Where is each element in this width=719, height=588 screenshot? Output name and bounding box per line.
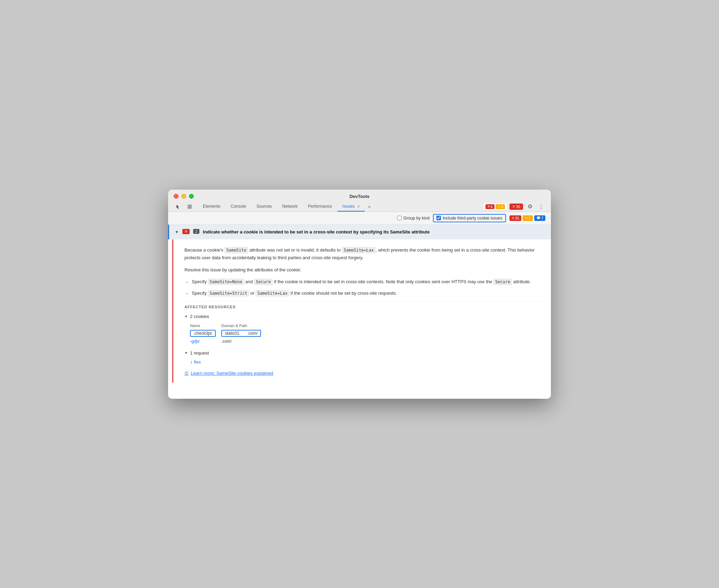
learn-more-icon: ⊙: [184, 370, 189, 376]
table-row: -gdpr .com/: [190, 338, 267, 345]
tab-close-icon[interactable]: ✕: [357, 205, 360, 208]
issues-error-icon: ✕: [512, 205, 515, 208]
bullet-item-1: → Specify SameSite=None and Secure if th…: [184, 278, 544, 286]
col-domain: Domain & Path: [221, 323, 267, 329]
svg-rect-2: [188, 207, 189, 208]
group-by-kind-label[interactable]: Group by kind: [403, 216, 429, 221]
group-by-kind-checkbox[interactable]: [397, 216, 402, 220]
code-samesite: SameSite: [224, 247, 248, 253]
request-flex-link[interactable]: ↕ flex: [190, 359, 544, 365]
subbar-error-icon: ✕: [512, 216, 514, 220]
cookie-domain-1: static01. .com/: [221, 329, 267, 338]
subbar-info-icon: 💬: [536, 216, 540, 220]
cookie-highlight-cell[interactable]: .check3pc: [190, 330, 216, 337]
issue-body: Because a cookie's SameSite attribute wa…: [172, 239, 551, 383]
more-menu-button[interactable]: ⋮: [537, 202, 545, 212]
tab-elements[interactable]: Elements: [198, 202, 225, 212]
inspect-icon[interactable]: [185, 202, 195, 212]
code-secure-2: Secure: [493, 279, 512, 285]
cookies-section: ▼ 2 cookies Name Domain & Path: [184, 312, 544, 345]
svg-rect-0: [188, 205, 189, 206]
code-samesite-lax: SameSite=Lax: [342, 247, 376, 253]
toolbar-icons: [174, 202, 195, 212]
issue-description-1: Because a cookie's SameSite attribute wa…: [184, 246, 544, 262]
devtools-window: DevTools Element: [168, 190, 551, 399]
tab-performance[interactable]: Performance: [303, 202, 337, 212]
subbar-error-badge: ✕ 35: [509, 215, 521, 221]
code-samesite-strict: SameSite=Strict: [208, 290, 249, 296]
requests-section: ▼ 1 request ↕ flex: [184, 349, 544, 365]
svg-rect-3: [190, 207, 191, 208]
arrow-icon-1: →: [184, 278, 189, 286]
cookies-section-header[interactable]: ▼ 2 cookies: [184, 312, 544, 320]
cookie-gdpr-link[interactable]: -gdpr: [190, 339, 200, 344]
subbar-badges: ✕ 35 ⚠ 1 💬 7: [509, 215, 546, 221]
issue-error-icon: ✕: [182, 229, 190, 234]
code-samesite-lax-2: SameSite=Lax: [255, 290, 289, 296]
error-x-icon: ✕: [487, 205, 490, 208]
cookie-name-1: .check3pc: [190, 329, 221, 338]
table-row: .check3pc static01. .com/: [190, 329, 267, 338]
warning-badge: ⚠ 9: [496, 204, 505, 209]
tab-issues[interactable]: Issues ✕: [338, 202, 365, 212]
requests-section-header[interactable]: ▼ 1 request: [184, 349, 544, 357]
maximize-button[interactable]: [189, 194, 194, 199]
titlebar-top: DevTools: [174, 194, 545, 199]
subbar-info-badge: 💬 7: [534, 215, 545, 221]
include-third-party-checkbox[interactable]: [436, 216, 441, 220]
issue-header: ▼ ✕ 2 Indicate whether a cookie is inten…: [168, 225, 551, 239]
arrow-icon-2: →: [184, 290, 189, 297]
include-third-party-label[interactable]: Include third-party cookie issues: [443, 216, 502, 221]
svg-rect-1: [190, 205, 191, 206]
requests-chevron-icon: ▼: [184, 351, 188, 355]
tab-sources[interactable]: Sources: [252, 202, 277, 212]
subbar-warning-icon: ⚠: [525, 216, 528, 220]
col-name: Name: [190, 323, 221, 329]
pointer-icon[interactable]: [174, 202, 183, 212]
error-warning-badge[interactable]: ✕ 6 ⚠ 9: [483, 203, 507, 210]
error-badge: ✕ 6: [485, 204, 495, 209]
titlebar: DevTools Element: [168, 190, 551, 212]
cookies-chevron-icon: ▼: [184, 315, 188, 318]
traffic-lights: [174, 194, 194, 199]
toolbar: Elements Console Sources Network Perform…: [174, 202, 545, 212]
tab-console[interactable]: Console: [226, 202, 251, 212]
issues-count-badge[interactable]: ✕ 35: [509, 204, 523, 210]
content-area: ▼ ✕ 2 Indicate whether a cookie is inten…: [168, 225, 551, 399]
include-third-party-checkbox-group: Include third-party cookie issues: [433, 214, 506, 222]
tab-network[interactable]: Network: [277, 202, 302, 212]
bullet-item-2: → Specify SameSite=Strict or SameSite=La…: [184, 289, 544, 297]
window-title: DevTools: [174, 194, 545, 199]
warning-icon: ⚠: [497, 205, 500, 208]
code-secure: Secure: [254, 279, 272, 285]
tab-more[interactable]: »: [365, 202, 373, 211]
bullet-2-text: Specify SameSite=Strict or SameSite=Lax …: [192, 289, 397, 297]
settings-button[interactable]: ⚙: [525, 202, 535, 212]
requests-section-label: 1 request: [190, 350, 209, 356]
learn-more-link[interactable]: ⊙ Learn more: SameSite cookies explained: [184, 370, 544, 376]
subbar-warning-badge: ⚠ 1: [523, 215, 533, 221]
close-button[interactable]: [174, 194, 179, 199]
cookie-domain-2: .com/: [221, 338, 267, 345]
cookie-domain-highlight-cell[interactable]: static01. .com/: [221, 330, 261, 337]
toolbar-right: ✕ 6 ⚠ 9 ✕ 35 ⚙ ⋮: [483, 202, 546, 212]
affected-resources-label: Affected Resources: [184, 301, 544, 309]
subbar: Group by kind Include third-party cookie…: [168, 212, 551, 225]
minimize-button[interactable]: [181, 194, 186, 199]
request-link-icon: ↕: [190, 359, 192, 365]
group-by-kind-checkbox-group: Group by kind: [397, 216, 429, 221]
issue-count-badge: 2: [193, 229, 199, 234]
cookies-section-label: 2 cookies: [190, 314, 209, 319]
bullet-1-text: Specify SameSite=None and Secure if the …: [192, 278, 531, 286]
cookie-name-2: -gdpr: [190, 338, 221, 345]
issue-title: Indicate whether a cookie is intended to…: [203, 229, 430, 235]
issue-expand-button[interactable]: ▼: [175, 230, 179, 235]
code-samesite-none: SameSite=None: [208, 279, 244, 285]
resolve-text: Resolve this issue by updating the attri…: [184, 267, 544, 272]
cookies-table: Name Domain & Path .check3pc: [190, 323, 267, 345]
